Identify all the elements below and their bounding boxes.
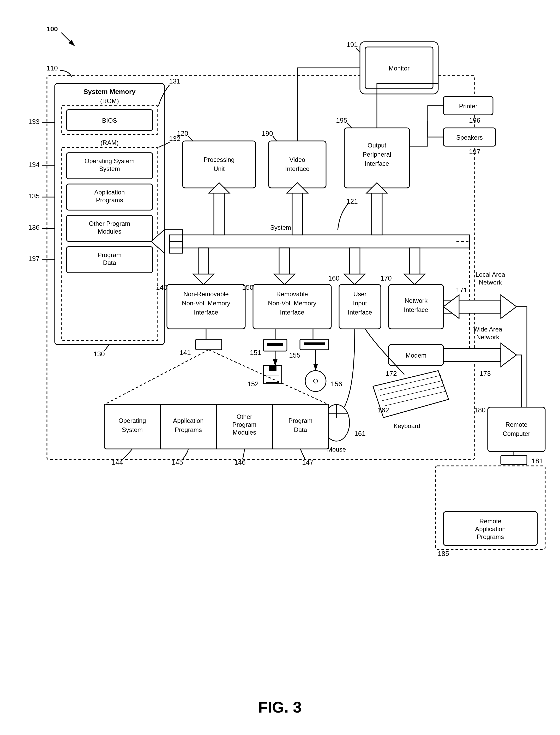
svg-text:Network: Network	[476, 333, 499, 340]
svg-text:Video: Video	[290, 156, 305, 163]
svg-text:Network: Network	[479, 279, 502, 286]
svg-text:Computer: Computer	[503, 430, 530, 437]
svg-marker-58	[404, 274, 425, 284]
svg-text:150: 150	[242, 283, 253, 291]
svg-text:Program: Program	[232, 421, 256, 428]
svg-text:Interface: Interface	[404, 306, 428, 313]
svg-rect-47	[292, 188, 303, 235]
svg-text:156: 156	[331, 380, 342, 388]
svg-text:Network: Network	[405, 297, 428, 304]
svg-text:110: 110	[46, 64, 58, 72]
svg-text:User: User	[353, 290, 367, 297]
architecture-diagram: 100 110 System Memory (ROM) BIOS 133 (RA…	[0, 0, 560, 735]
svg-text:181: 181	[532, 457, 543, 465]
svg-text:(RAM): (RAM)	[100, 139, 118, 146]
svg-text:130: 130	[93, 350, 105, 358]
svg-text:172: 172	[386, 370, 397, 378]
svg-marker-77	[501, 295, 516, 318]
keyboard-icon	[365, 329, 449, 418]
svg-text:146: 146	[234, 458, 245, 466]
svg-text:Unit: Unit	[214, 165, 225, 172]
svg-text:Output: Output	[368, 142, 386, 149]
svg-text:Interface: Interface	[348, 309, 372, 316]
figure-label: FIG. 3	[258, 698, 302, 716]
svg-text:137: 137	[28, 255, 39, 262]
svg-text:Mouse: Mouse	[327, 446, 346, 453]
svg-rect-49	[372, 188, 382, 235]
svg-text:Monitor: Monitor	[389, 65, 410, 72]
svg-text:144: 144	[112, 458, 123, 466]
svg-text:Remote: Remote	[479, 518, 501, 525]
lan-arrow	[443, 295, 516, 318]
svg-text:185: 185	[438, 550, 449, 558]
svg-text:160: 160	[328, 274, 339, 282]
svg-rect-82	[443, 348, 501, 361]
svg-text:Other: Other	[237, 413, 252, 420]
svg-text:System: System	[99, 165, 120, 172]
svg-text:Non-Removable: Non-Removable	[183, 290, 228, 297]
svg-text:180: 180	[474, 406, 485, 414]
svg-rect-90	[501, 456, 527, 465]
svg-text:196: 196	[469, 116, 480, 124]
svg-marker-54	[274, 274, 295, 284]
svg-text:Removable: Removable	[276, 290, 308, 297]
svg-rect-104	[304, 342, 325, 345]
svg-text:Remote: Remote	[505, 421, 527, 428]
svg-text:Data: Data	[103, 259, 116, 266]
svg-text:140: 140	[156, 283, 167, 291]
svg-text:191: 191	[346, 41, 358, 49]
svg-text:134: 134	[28, 161, 39, 169]
svg-text:Printer: Printer	[459, 103, 478, 110]
svg-text:133: 133	[28, 118, 39, 125]
svg-marker-56	[344, 274, 365, 284]
svg-text:162: 162	[378, 406, 389, 414]
svg-text:145: 145	[172, 458, 183, 466]
svg-text:Interface: Interface	[280, 309, 304, 316]
svg-text:Operating System: Operating System	[85, 157, 135, 164]
svg-text:Application: Application	[173, 417, 203, 424]
monitor-icon: Monitor	[360, 42, 438, 94]
wan-arrow	[443, 343, 516, 367]
svg-text:Operating: Operating	[118, 417, 146, 424]
svg-text:Input: Input	[353, 300, 367, 307]
svg-text:141: 141	[179, 349, 191, 356]
processing-unit	[183, 141, 256, 188]
svg-text:173: 173	[479, 370, 491, 378]
svg-text:Modem: Modem	[406, 352, 426, 359]
svg-text:Application: Application	[475, 526, 505, 533]
svg-text:System: System	[122, 426, 143, 433]
svg-text:136: 136	[28, 223, 39, 231]
svg-text:171: 171	[456, 286, 467, 294]
svg-text:Non-Vol. Memory: Non-Vol. Memory	[268, 300, 316, 307]
svg-rect-101	[269, 365, 276, 371]
svg-text:Interface: Interface	[285, 165, 309, 172]
svg-text:152: 152	[247, 380, 258, 388]
svg-text:Modules: Modules	[233, 429, 256, 436]
svg-text:Modules: Modules	[98, 228, 122, 235]
svg-text:Wide Area: Wide Area	[473, 326, 502, 333]
svg-marker-52	[193, 274, 214, 284]
video-interface	[269, 141, 326, 188]
ref-100: 100	[46, 25, 58, 33]
svg-text:Programs: Programs	[175, 426, 202, 433]
svg-text:Local Area: Local Area	[475, 271, 505, 278]
svg-text:155: 155	[289, 351, 300, 359]
svg-text:161: 161	[354, 430, 365, 438]
svg-text:Interface: Interface	[365, 160, 389, 167]
svg-text:(ROM): (ROM)	[100, 97, 119, 104]
svg-text:Keyboard: Keyboard	[394, 422, 420, 429]
svg-text:Data: Data	[294, 426, 307, 433]
svg-text:135: 135	[28, 192, 39, 200]
svg-text:Peripheral: Peripheral	[363, 151, 391, 158]
svg-text:Program: Program	[288, 417, 312, 424]
svg-rect-42	[170, 235, 469, 248]
svg-point-106	[314, 379, 318, 383]
svg-text:195: 195	[336, 116, 347, 124]
svg-text:Programs: Programs	[96, 196, 123, 203]
svg-text:Speakers: Speakers	[456, 134, 483, 141]
svg-text:Non-Vol. Memory: Non-Vol. Memory	[182, 300, 230, 307]
hdd-icon	[196, 339, 222, 350]
svg-text:Other Program: Other Program	[89, 220, 130, 227]
svg-text:Programs: Programs	[477, 533, 504, 540]
svg-text:BIOS: BIOS	[102, 117, 117, 124]
